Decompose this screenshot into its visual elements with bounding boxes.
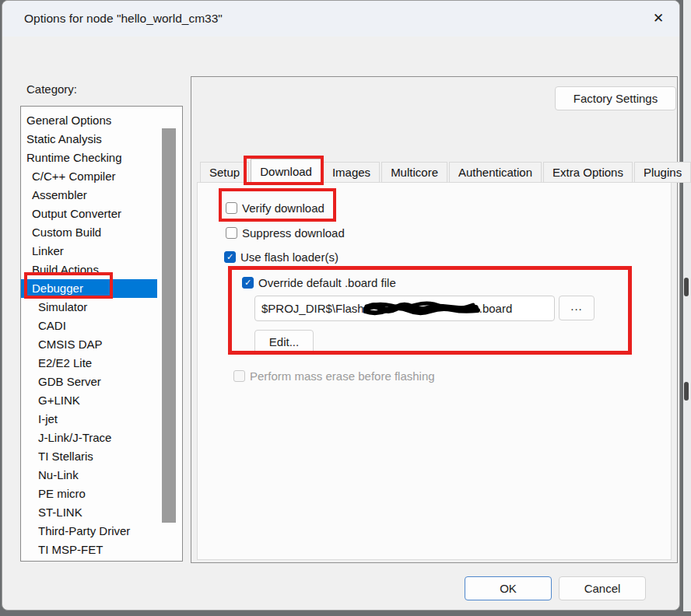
verify-download-row[interactable]: ✓ Verify download (226, 200, 324, 215)
category-item-j-link-j-trace[interactable]: J-Link/J-Trace (21, 429, 157, 447)
board-file-path-suffix: .board (479, 302, 513, 315)
category-item-ti-stellaris[interactable]: TI Stellaris (21, 447, 157, 466)
tab-strip: SetupDownloadImagesMulticoreAuthenticati… (200, 159, 691, 183)
tab-images[interactable]: Images (323, 162, 380, 183)
category-item-cmsis-dap[interactable]: CMSIS DAP (21, 335, 157, 354)
tab-authentication[interactable]: Authentication (449, 162, 542, 183)
check-icon: ✓ (244, 278, 251, 287)
override-board-file-label: Override default .board file (258, 276, 396, 289)
category-label: Category: (26, 82, 77, 96)
category-item-nu-link[interactable]: Nu-Link (21, 466, 157, 485)
tab-download[interactable]: Download (251, 159, 321, 183)
background-window-strip (683, 0, 691, 611)
suppress-download-checkbox[interactable]: ✓ (226, 227, 237, 239)
board-file-path-prefix: $PROJ_DIR$\Flash (261, 302, 364, 315)
category-item-build-actions[interactable]: Build Actions (21, 261, 157, 279)
category-scrollbar[interactable] (159, 107, 181, 560)
category-list: General OptionsStatic AnalysisRuntime Ch… (20, 106, 183, 562)
category-item-i-jet[interactable]: I-jet (21, 410, 157, 429)
tab-plugins[interactable]: Plugins (634, 162, 691, 183)
cancel-button[interactable]: Cancel (559, 576, 646, 600)
category-item-general-options[interactable]: General Options (21, 111, 157, 130)
category-item-ti-msp-fet[interactable]: TI MSP-FET (21, 541, 157, 559)
override-board-file-checkbox[interactable]: ✓ (242, 277, 254, 289)
check-icon: ✓ (226, 253, 233, 261)
tab-multicore[interactable]: Multicore (381, 162, 447, 183)
category-item-static-analysis[interactable]: Static Analysis (21, 130, 157, 149)
use-flash-loaders-row[interactable]: ✓ Use flash loader(s) (224, 249, 338, 264)
background-artifact (684, 382, 689, 401)
category-item-gdb-server[interactable]: GDB Server (21, 373, 157, 391)
category-item-pe-micro[interactable]: PE micro (21, 485, 157, 503)
category-item-debugger[interactable]: Debugger (21, 279, 157, 298)
category-list-items: General OptionsStatic AnalysisRuntime Ch… (21, 111, 157, 559)
close-icon: ✕ (653, 10, 664, 26)
mass-erase-checkbox: ✓ (233, 370, 245, 382)
verify-download-label: Verify download (242, 201, 324, 215)
suppress-download-row[interactable]: ✓ Suppress download (226, 225, 345, 240)
dialog-title: Options for node "hello_world_cm33" (24, 1, 223, 37)
use-flash-loaders-checkbox[interactable]: ✓ (224, 251, 236, 263)
screen: Options for node "hello_world_cm33" ✕ Ca… (0, 0, 691, 616)
category-item-e2-e2-lite[interactable]: E2/E2 Lite (21, 354, 157, 373)
mass-erase-label: Perform mass erase before flashing (250, 369, 435, 383)
category-item-runtime-checking[interactable]: Runtime Checking (21, 149, 157, 167)
redaction-scribble-icon (363, 301, 480, 317)
close-button[interactable]: ✕ (644, 5, 673, 31)
mass-erase-row: ✓ Perform mass erase before flashing (233, 368, 435, 383)
browse-button[interactable]: ... (559, 296, 595, 320)
category-item-custom-build[interactable]: Custom Build (21, 223, 157, 242)
tab-setup[interactable]: Setup (200, 162, 249, 183)
tab-extra-options[interactable]: Extra Options (543, 162, 633, 183)
category-item-c-c-compiler[interactable]: C/C++ Compiler (21, 167, 157, 186)
category-item-output-converter[interactable]: Output Converter (21, 205, 157, 223)
category-item-linker[interactable]: Linker (21, 242, 157, 261)
suppress-download-label: Suppress download (242, 226, 345, 240)
ellipsis-icon: ... (570, 299, 583, 313)
category-item-simulator[interactable]: Simulator (21, 298, 157, 317)
category-item-assembler[interactable]: Assembler (21, 186, 157, 205)
ok-button[interactable]: OK (465, 576, 552, 600)
factory-settings-button[interactable]: Factory Settings (555, 86, 676, 110)
override-board-file-row[interactable]: ✓ Override default .board file (242, 275, 396, 290)
background-artifact (684, 278, 689, 296)
scrollbar-thumb[interactable] (162, 128, 176, 523)
verify-download-checkbox[interactable]: ✓ (226, 202, 237, 214)
category-item-st-link[interactable]: ST-LINK (21, 503, 157, 522)
category-item-g-link[interactable]: G+LINK (21, 391, 157, 410)
title-bar[interactable]: Options for node "hello_world_cm33" ✕ (2, 1, 679, 37)
category-item-cadi[interactable]: CADI (21, 317, 157, 335)
board-file-input[interactable]: $PROJ_DIR$\Flash .board (254, 296, 555, 321)
options-dialog: Options for node "hello_world_cm33" ✕ Ca… (2, 0, 680, 611)
category-item-third-party-driver[interactable]: Third-Party Driver (21, 522, 157, 541)
edit-button[interactable]: Edit... (254, 330, 314, 354)
use-flash-loaders-label: Use flash loader(s) (240, 250, 338, 264)
